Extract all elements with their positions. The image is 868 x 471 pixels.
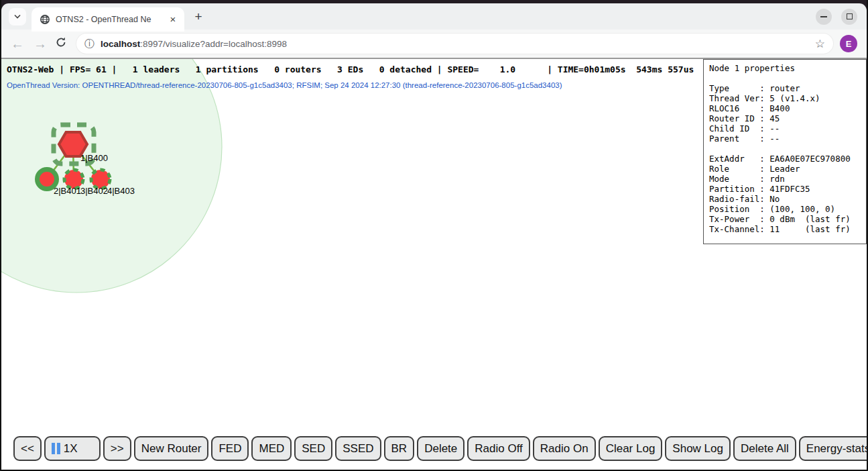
new-tab-button[interactable]: + xyxy=(190,8,207,25)
node-property-line: Radio-fail: No xyxy=(709,194,861,204)
otns-canvas: OTNS2-Web | FPS= 61 | 1 leaders 1 partit… xyxy=(1,59,867,470)
tab-strip: OTNS2 - OpenThread Ne × + xyxy=(1,3,867,30)
delete-all-button[interactable]: Delete All xyxy=(733,436,796,461)
pause-icon xyxy=(52,443,60,454)
bookmark-star-icon[interactable]: ☆ xyxy=(815,37,825,51)
forward-button[interactable]: → xyxy=(34,36,47,52)
action-toolbar: << 1X >> New RouterFEDMEDSEDSSEDBRDelete… xyxy=(13,436,867,461)
site-info-icon[interactable]: ⓘ xyxy=(84,38,95,50)
minimize-icon xyxy=(820,16,827,17)
url-path: :8997/visualize?addr=localhost:8998 xyxy=(140,39,287,49)
speed-label: 1X xyxy=(64,442,78,456)
energy-stats-button[interactable]: Energy-stats ↗ xyxy=(799,436,867,461)
ssed-button[interactable]: SSED xyxy=(335,436,381,461)
radio-off-button[interactable]: Radio Off xyxy=(467,436,530,461)
window-minimize-button[interactable] xyxy=(816,9,832,25)
profile-avatar[interactable]: E xyxy=(840,35,857,52)
speed-down-button[interactable]: << xyxy=(13,436,42,461)
url-text[interactable]: localhost:8997/visualize?addr=localhost:… xyxy=(101,39,810,49)
delete-button[interactable]: Delete xyxy=(417,436,464,461)
node-property-line: Role : Leader xyxy=(709,164,861,174)
clear-log-button[interactable]: Clear Log xyxy=(599,436,663,461)
node-2-label: 2|B401 xyxy=(54,186,81,196)
status-bar: OTNS2-Web | FPS= 61 | 1 leaders 1 partit… xyxy=(7,64,694,74)
node-properties-lines: Type : routerThread Ver: 5 (v1.4.x)RLOC1… xyxy=(709,73,861,234)
radio-on-button[interactable]: Radio On xyxy=(533,436,596,461)
url-bar[interactable]: ⓘ localhost:8997/visualize?addr=localhos… xyxy=(76,34,833,54)
med-button[interactable]: MED xyxy=(251,436,292,461)
node-properties-panel: Node 1 properties Type : routerThread Ve… xyxy=(703,59,867,244)
node-property-line xyxy=(709,144,861,154)
sed-button[interactable]: SED xyxy=(294,436,332,461)
node-property-line: Tx-Power : 0 dBm (last fr) xyxy=(709,214,861,224)
node-properties-title: Node 1 properties xyxy=(709,63,861,73)
node-property-line: Thread Ver: 5 (v1.4.x) xyxy=(709,93,861,103)
node-property-line: Child ID : -- xyxy=(709,123,861,134)
node-property-line: ExtAddr : EA6A0E07EC970800 xyxy=(709,154,861,164)
fed-button[interactable]: FED xyxy=(211,436,249,461)
reload-icon xyxy=(55,36,67,48)
node-property-line: Tx-Channel: 11 (last fr) xyxy=(709,224,861,234)
node-property-line: Router ID : 45 xyxy=(709,113,861,123)
new-router-button[interactable]: New Router xyxy=(134,436,209,461)
node-property-line: Type : router xyxy=(709,83,861,93)
reload-button[interactable] xyxy=(55,36,67,52)
window-maximize-button[interactable] xyxy=(841,9,857,25)
show-log-button[interactable]: Show Log xyxy=(665,436,731,461)
chevron-down-icon xyxy=(13,14,21,19)
node-property-line: Partition : 41FDFC35 xyxy=(709,184,861,194)
pause-speed-button[interactable]: 1X xyxy=(44,436,101,461)
maximize-icon xyxy=(847,13,853,19)
navigation-bar: ← → ⓘ localhost:8997/visualize?addr=loca… xyxy=(1,30,867,59)
node-property-line: Mode : rdn xyxy=(709,174,861,184)
url-host: localhost xyxy=(101,39,140,49)
node-3-label: 3|B402 xyxy=(80,186,108,196)
node-property-line: Position : (100, 100, 0) xyxy=(709,204,861,214)
globe-icon xyxy=(40,14,50,25)
node-1-label: 1|B400 xyxy=(80,153,108,163)
tab-close-icon[interactable]: × xyxy=(167,13,179,25)
back-button[interactable]: ← xyxy=(11,36,24,52)
node-property-line: RLOC16 : B400 xyxy=(709,103,861,113)
browser-window: OTNS2 - OpenThread Ne × + ← → ⓘ localhos… xyxy=(0,0,868,471)
tab-search-button[interactable] xyxy=(9,8,26,25)
titlebar: OTNS2 - OpenThread Ne × + xyxy=(1,0,867,30)
speed-up-button[interactable]: >> xyxy=(103,436,131,461)
br-button[interactable]: BR xyxy=(384,436,415,461)
node-property-line: Parent : -- xyxy=(709,134,861,144)
node-4-label: 4|B403 xyxy=(107,186,135,196)
openthread-version-link[interactable]: OpenThread Version: OPENTHREAD/thread-re… xyxy=(7,81,562,89)
tab-otns2[interactable]: OTNS2 - OpenThread Ne × xyxy=(32,7,184,32)
radio-range-circle xyxy=(1,59,222,293)
tab-title: OTNS2 - OpenThread Ne xyxy=(56,15,167,24)
node-property-line xyxy=(709,73,861,83)
